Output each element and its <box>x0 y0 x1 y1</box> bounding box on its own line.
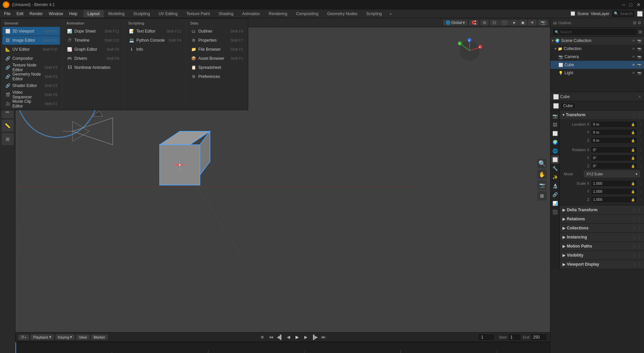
cube-item[interactable]: ⬜ Cube 👁 📷 <box>550 61 644 69</box>
visibility-header[interactable]: ▶ Visibility ⋮⋮ <box>560 251 644 260</box>
prev-keyframe-btn[interactable]: ◀▌ <box>276 334 283 341</box>
menu-dope-sheet[interactable]: 📊 Dope Sheet Shift F12 <box>64 27 122 36</box>
view-layer-label[interactable]: ViewLayer <box>591 11 609 16</box>
prop-icon-render[interactable]: 📷 <box>551 112 559 120</box>
engine-selector[interactable]: ⬜ <box>571 11 575 16</box>
menu-movie-clip-editor[interactable]: 🎥 Movie Clip Editor Shift F2 <box>2 99 60 108</box>
tab-add[interactable]: + <box>387 10 395 18</box>
collection-expand[interactable]: ▾ <box>554 46 556 51</box>
jump-start-btn[interactable]: ⏮ <box>267 334 275 341</box>
prop-icon-object[interactable]: ⬜ <box>551 156 559 164</box>
tab-modeling[interactable]: Modeling <box>104 10 129 17</box>
camera-view-btn[interactable]: 📷 <box>537 180 547 190</box>
playback-dropdown[interactable]: Playback ▾ <box>31 334 54 340</box>
prop-icon-constraints[interactable]: 🔗 <box>551 190 559 198</box>
tab-texture-paint[interactable]: Texture Paint <box>182 10 214 17</box>
prop-icon-world[interactable]: 🌐 <box>551 147 559 155</box>
scene-label[interactable]: Scene <box>577 11 589 16</box>
light-item[interactable]: 💡 Light 👁 📷 <box>550 69 644 77</box>
menu-shader-editor[interactable]: 🔗 Shader Editor Shift F3 <box>2 81 60 90</box>
tab-shading[interactable]: Shading <box>215 10 237 17</box>
scene-eye-icon[interactable]: 👁 <box>632 39 635 43</box>
proportional-btn[interactable]: ⊙ <box>480 20 489 26</box>
orbit-btn[interactable]: ✋ <box>537 170 547 179</box>
keying-dropdown[interactable]: Keying ▾ <box>55 334 75 340</box>
output-icon[interactable]: ⬜ <box>637 11 643 16</box>
collection-eye-icon[interactable]: 👁 <box>632 47 635 51</box>
material-preview-btn[interactable]: ◉ <box>519 20 527 26</box>
tab-geometry-nodes[interactable]: Geometry Nodes <box>323 10 362 17</box>
tab-uv-editing[interactable]: UV Editing <box>155 10 182 17</box>
light-eye-icon[interactable]: 👁 <box>632 71 635 75</box>
menu-render[interactable]: Render <box>27 11 45 17</box>
camera-eye-icon[interactable]: 👁 <box>632 55 635 59</box>
grid-view-btn[interactable]: ⊞ <box>537 191 547 201</box>
menu-drivers[interactable]: 🎮 Drivers Shift F6 <box>64 54 122 63</box>
close-button[interactable]: ✕ <box>637 2 641 7</box>
menu-asset-browser[interactable]: 📦 Asset Browser Shift F1 <box>188 54 246 63</box>
prev-frame-btn[interactable]: ◀ <box>285 334 292 341</box>
start-frame[interactable]: 1 <box>508 334 521 341</box>
timeline-view-btn[interactable]: View <box>76 335 90 340</box>
xray-btn[interactable]: ⬛ <box>499 20 509 26</box>
rendered-btn[interactable]: ☀ <box>528 20 537 26</box>
collection-item[interactable]: ▾ 📁 Collection 👁 📷 <box>550 45 644 53</box>
outliner-options-btn[interactable]: ⚙ <box>638 20 641 25</box>
zoom-in-btn[interactable]: 🔍 <box>537 159 547 168</box>
scene-collection[interactable]: ▾ 🌍 Scene Collection 👁 📷 <box>550 37 644 45</box>
collections-header[interactable]: ▶ Collections ⋮⋮ <box>560 224 644 232</box>
motion-paths-header[interactable]: ▶ Motion Paths ⋮⋮ <box>560 242 644 251</box>
record-btn[interactable]: ⏺ <box>259 334 266 341</box>
solid-btn[interactable]: ● <box>510 20 518 26</box>
menu-file[interactable]: File <box>1 11 13 17</box>
menu-graph-editor[interactable]: 📈 Graph Editor Shift F6 <box>64 45 122 54</box>
relations-header[interactable]: ▶ Relations ⋮⋮ <box>560 215 644 223</box>
delta-transform-header[interactable]: ▶ Delta Transform ⋮⋮ <box>560 206 644 214</box>
rotation-mode-dropdown[interactable]: XYZ Euler ▾ <box>584 171 640 177</box>
menu-preferences[interactable]: ⚙ Preferences <box>188 72 246 81</box>
top-search[interactable]: 🔍 Search <box>611 10 635 17</box>
outliner-search[interactable]: 🔍 Search <box>552 28 637 36</box>
tab-animation[interactable]: Animation <box>238 10 264 17</box>
instancing-header[interactable]: ▶ Instancing ⋮⋮ <box>560 233 644 241</box>
viewport-display-header[interactable]: ▶ Viewport Display ⋮⋮ <box>560 260 644 269</box>
properties-search-icon[interactable]: ✕ <box>638 94 641 99</box>
cube-eye-icon[interactable]: 👁 <box>632 63 635 67</box>
menu-file-browser[interactable]: 📁 File Browser Shift F1 <box>188 45 246 54</box>
prop-icon-particles[interactable]: ✨ <box>551 173 559 181</box>
tab-sculpting[interactable]: Sculpting <box>129 10 154 17</box>
prop-icon-view[interactable]: ⬜ <box>551 129 559 137</box>
maximize-button[interactable]: □ <box>629 2 634 7</box>
prop-icon-modifiers[interactable]: 🔧 <box>551 164 559 172</box>
menu-python-console[interactable]: 💻 Python Console Shift F4 <box>126 36 184 45</box>
outliner-filter-icon[interactable]: ⊞ <box>639 30 642 34</box>
menu-3d-viewport[interactable]: ⬜ 3D Viewport Shift F5 <box>2 27 60 36</box>
tab-layout[interactable]: Layout <box>84 10 104 17</box>
marker-btn[interactable]: Marker <box>91 335 108 340</box>
menu-properties[interactable]: ⚙ Properties Shift F7 <box>188 36 246 45</box>
global-selector[interactable]: 🌐 Global ▾ <box>443 20 468 26</box>
camera-lock-btn[interactable]: 📷 <box>538 20 548 26</box>
mesh-name[interactable]: Cube <box>561 103 575 109</box>
menu-spreadsheet[interactable]: 📋 Spreadsheet <box>188 63 246 72</box>
menu-edit[interactable]: Edit <box>14 11 26 17</box>
overlay-btn[interactable]: ⬡ <box>490 20 499 26</box>
menu-help[interactable]: Help <box>66 11 80 17</box>
menu-text-editor[interactable]: 📝 Text Editor Shift F11 <box>126 27 184 36</box>
menu-timeline[interactable]: ⏱ Timeline Shift F12 <box>64 36 122 45</box>
camera-render-icon[interactable]: 📷 <box>637 55 641 59</box>
scene-collection-expand[interactable]: ▾ <box>552 38 554 43</box>
menu-uv-editor[interactable]: 📐 UV Editor Shift F10 <box>2 45 60 54</box>
frame-ruler[interactable]: 1 50 100 150 200 <box>15 342 550 353</box>
play-btn[interactable]: ▶ <box>293 334 301 341</box>
transform-section-header[interactable]: ▾ Transform ⋮⋮ <box>560 111 644 119</box>
menu-outliner[interactable]: 🗂 Outliner Shift F9 <box>188 27 246 36</box>
menu-compositor[interactable]: 🔗 Compositor <box>2 54 60 63</box>
prop-icon-data[interactable]: 📊 <box>551 199 559 207</box>
menu-geometry-node-editor[interactable]: 🔗 Geometry Node Editor Shift F3 <box>2 72 60 81</box>
camera-item[interactable]: 📷 Camera 👁 📷 <box>550 53 644 61</box>
collection-render-icon[interactable]: 📷 <box>637 47 641 51</box>
prop-icon-mesh[interactable]: ⬜ <box>553 103 559 108</box>
menu-video-sequencer[interactable]: 🎬 Video Sequencer Shift F8 <box>2 90 60 99</box>
scene-render-icon[interactable]: 📷 <box>637 39 641 43</box>
